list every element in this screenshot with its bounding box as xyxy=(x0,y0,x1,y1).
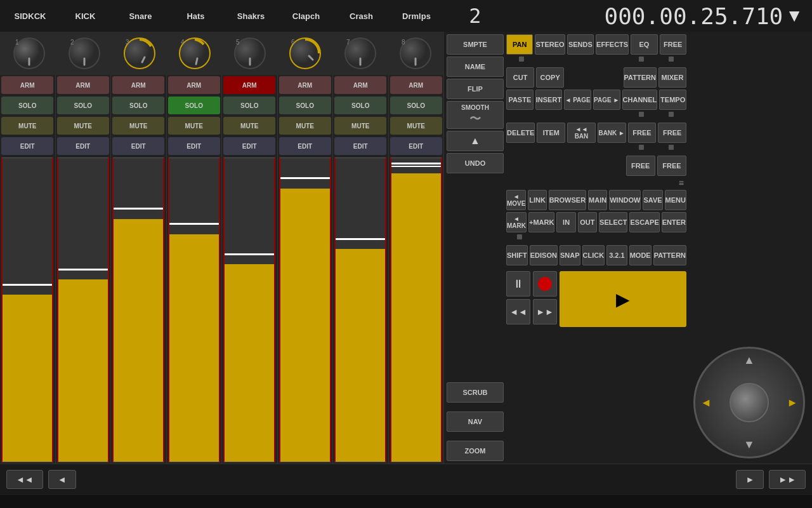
in-button[interactable]: IN xyxy=(556,212,575,232)
free5-button[interactable]: FREE xyxy=(657,156,686,176)
escape-button[interactable]: ESCAPE xyxy=(629,212,659,232)
solo-btn-5[interactable]: SOLO xyxy=(223,97,275,114)
play-button[interactable]: ▶ xyxy=(560,271,686,327)
mute-btn-2[interactable]: MUTE xyxy=(57,117,109,135)
select-button[interactable]: SELECT xyxy=(599,212,627,232)
knob-8[interactable]: 8 xyxy=(388,37,443,70)
snap-button[interactable]: SNAP xyxy=(560,245,580,265)
browser-button[interactable]: BROWSER xyxy=(549,190,586,210)
solo-btn-8[interactable]: SOLO xyxy=(390,97,442,114)
effects-button[interactable]: EFFECTS xyxy=(596,34,629,55)
solo-btn-2[interactable]: SOLO xyxy=(57,97,109,114)
jog-right-arrow[interactable]: ► xyxy=(787,396,798,410)
fader-track-3[interactable] xyxy=(112,157,164,462)
jog-left-arrow[interactable]: ◄ xyxy=(700,396,712,410)
scrub-button[interactable]: SCRUB xyxy=(447,382,504,403)
name-button[interactable]: NAME xyxy=(447,57,504,77)
fader-track-6[interactable] xyxy=(279,157,331,462)
count-button[interactable]: 3.2.1 xyxy=(606,245,627,265)
fader-track-2[interactable] xyxy=(57,157,109,462)
nav-button[interactable]: NAV xyxy=(447,411,504,432)
stereo-button[interactable]: STEREO xyxy=(535,34,565,55)
shift-button[interactable]: SHIFT xyxy=(506,245,528,265)
arm-btn-3[interactable]: ARM xyxy=(112,76,164,94)
mute-btn-8[interactable]: MUTE xyxy=(390,117,442,135)
copy-button[interactable]: COPY xyxy=(536,67,564,88)
knob-7[interactable]: 7 xyxy=(332,37,388,70)
enter-button[interactable]: ENTER xyxy=(662,212,686,232)
arm-btn-6[interactable]: ARM xyxy=(279,76,331,94)
out-button[interactable]: OUT xyxy=(578,212,597,232)
pause-button[interactable]: ⏸ xyxy=(506,271,530,297)
up-arrow-button[interactable]: ▲ xyxy=(447,131,504,151)
main-button[interactable]: MAIN xyxy=(588,190,607,210)
solo-btn-3[interactable]: SOLO xyxy=(112,97,164,114)
knob-6[interactable]: 6 xyxy=(277,37,332,70)
mixer-button[interactable]: MIXER xyxy=(658,67,686,88)
solo-btn-4[interactable]: SOLO xyxy=(168,97,220,114)
smpte-button[interactable]: SMPTE xyxy=(447,34,504,55)
free3-button[interactable]: FREE xyxy=(658,123,686,143)
arm-btn-4[interactable]: ARM xyxy=(168,76,220,94)
knob-3[interactable]: 3 xyxy=(112,37,167,70)
rewind-start-button[interactable]: ◄◄ xyxy=(6,470,43,489)
edit-btn-6[interactable]: EDIT xyxy=(279,137,331,155)
fast-fwd-button[interactable]: ►► xyxy=(533,299,557,324)
mute-btn-1[interactable]: MUTE xyxy=(1,117,53,135)
mute-btn-3[interactable]: MUTE xyxy=(112,117,164,135)
window-button[interactable]: WINDOW xyxy=(609,190,641,210)
eq-button[interactable]: EQ xyxy=(631,34,657,55)
edison-button[interactable]: EDISON xyxy=(530,245,558,265)
pan-button[interactable]: PAN xyxy=(506,34,533,55)
insert-button[interactable]: INSERT xyxy=(535,90,563,110)
mode-button[interactable]: MODE xyxy=(629,245,652,265)
page-back-button[interactable]: ◄ PAGE xyxy=(564,90,591,110)
fader-track-1[interactable] xyxy=(1,157,53,462)
knob-4[interactable]: 4 xyxy=(167,37,222,70)
forward-button[interactable]: ► xyxy=(736,470,764,489)
smooth-button[interactable]: SMOOTH 〜 xyxy=(447,101,504,129)
edit-btn-2[interactable]: EDIT xyxy=(57,137,109,155)
save-button[interactable]: SAVE xyxy=(643,190,662,210)
pattern-button[interactable]: PATTERN xyxy=(624,67,657,88)
arm-btn-5[interactable]: ARM xyxy=(223,76,275,94)
edit-btn-4[interactable]: EDIT xyxy=(168,137,220,155)
jog-down-arrow[interactable]: ▼ xyxy=(743,438,755,451)
solo-btn-1[interactable]: SOLO xyxy=(1,97,53,114)
rewind-button-bottom[interactable]: ◄ xyxy=(48,470,76,489)
jog-up-arrow[interactable]: ▲ xyxy=(743,354,755,367)
solo-btn-7[interactable]: SOLO xyxy=(334,97,386,114)
solo-btn-6[interactable]: SOLO xyxy=(279,97,331,114)
delete-button[interactable]: DELETE xyxy=(506,123,535,143)
arm-btn-8[interactable]: ARM xyxy=(390,76,442,94)
rewind-button[interactable]: ◄◄ xyxy=(506,299,530,324)
free1-button[interactable]: FREE xyxy=(660,34,686,55)
mute-btn-5[interactable]: MUTE xyxy=(223,117,275,135)
mute-btn-7[interactable]: MUTE xyxy=(334,117,386,135)
bank-fwd-button[interactable]: BANK ► xyxy=(598,123,626,143)
arm-btn-7[interactable]: ARM xyxy=(334,76,386,94)
knob-5[interactable]: 5 xyxy=(222,37,277,70)
edit-btn-5[interactable]: EDIT xyxy=(223,137,275,155)
knob-2[interactable]: 2 xyxy=(56,37,112,70)
jog-center[interactable] xyxy=(730,383,769,422)
free4-button[interactable]: FREE xyxy=(626,156,655,176)
flip-button[interactable]: FLIP xyxy=(447,79,504,99)
edit-btn-1[interactable]: EDIT xyxy=(1,137,53,155)
mute-btn-4[interactable]: MUTE xyxy=(168,117,220,135)
record-button[interactable] xyxy=(533,271,557,297)
pattern2-button[interactable]: PATTERN xyxy=(653,245,686,265)
fader-track-7[interactable] xyxy=(334,157,386,462)
page-fwd-button[interactable]: PAGE ► xyxy=(593,90,620,110)
arm-btn-1[interactable]: ARM xyxy=(1,76,53,94)
jog-wheel[interactable]: ▲ ▼ ◄ ► xyxy=(693,347,805,458)
item-button[interactable]: ITEM xyxy=(537,123,565,143)
paste-button[interactable]: PASTE xyxy=(506,90,534,110)
edit-btn-3[interactable]: EDIT xyxy=(112,137,164,155)
cut-button[interactable]: CUT xyxy=(506,67,534,88)
forward-end-button[interactable]: ►► xyxy=(769,470,806,489)
sends-button[interactable]: SENDS xyxy=(567,34,594,55)
fader-track-4[interactable] xyxy=(168,157,220,462)
tempo-button[interactable]: TEMPO xyxy=(659,90,686,110)
mark-back-button[interactable]: ◄ MARK xyxy=(506,212,527,232)
